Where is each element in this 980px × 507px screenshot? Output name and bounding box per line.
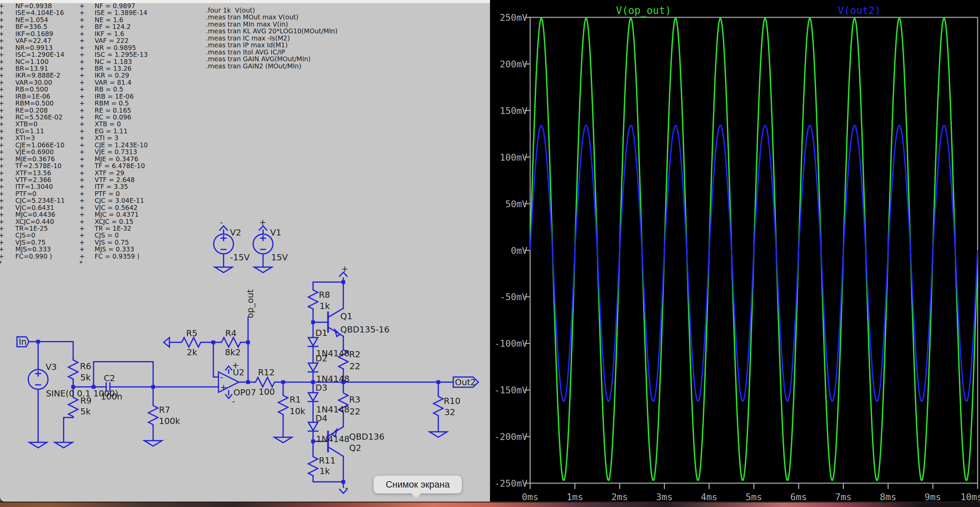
spice-model-parameter-block[interactable]: +NF=0.9938+NF = 0.9897+ISE=4.104E-16+ISE…: [0, 2, 204, 267]
model-param-text: +: [79, 162, 85, 169]
component-R4-resistor[interactable]: R4 8k2: [220, 328, 240, 357]
model-param-row: +VTF=2.366+VTF = 2.648: [0, 176, 204, 183]
component-R8-resistor[interactable]: R8 1k: [308, 288, 330, 311]
model-param-row: +ISC=1.290E-14+ISC = 1.295E-13: [0, 51, 204, 58]
model-param-text: +: [0, 37, 4, 44]
component-value: 1N4148: [316, 405, 350, 415]
x-axis[interactable]: 0ms1ms2ms3ms4ms5ms6ms7ms8ms9ms10ms: [522, 483, 980, 502]
net-flag-vplus-rail[interactable]: +: [340, 264, 348, 276]
model-param-text: VAR = 81.4: [95, 79, 131, 86]
model-param-text: +: [0, 9, 4, 16]
model-param-text: +: [0, 232, 4, 238]
port-out2[interactable]: Out2: [453, 377, 479, 387]
model-param-text: XCJC=0.440: [15, 218, 54, 225]
waveform-traces[interactable]: [530, 18, 978, 480]
component-R5-resistor[interactable]: R5 2k: [164, 328, 201, 357]
model-param-row: +RC=5.526E-02+RC = 0.096: [0, 114, 204, 121]
model-param-text: +: [79, 93, 85, 100]
ground-symbols[interactable]: [29, 267, 447, 448]
model-param-text: +: [0, 121, 4, 127]
model-param-text: NR=0.9913: [15, 44, 53, 51]
component-ref: U2: [233, 367, 244, 377]
component-value: 10k: [290, 406, 305, 416]
spice-directives-block[interactable]: .four 1k V(out).meas tran MOut max V(out…: [206, 7, 337, 70]
y-axis-label: -250mV: [494, 478, 527, 489]
model-param-text: RB = 0.5: [95, 86, 123, 92]
legend-v-out2[interactable]: V(out2): [838, 5, 881, 16]
model-param-text: IKR = 0.29: [95, 72, 129, 79]
component-U2-opamp[interactable]: - + + - U2 OP07: [218, 361, 256, 406]
y-axis[interactable]: 250mV200mV150mV100mV50mV0mV-50mV-100mV-1…: [494, 12, 530, 489]
model-param-text: ISE = 1.389E-14: [95, 9, 147, 16]
net-label-op-out[interactable]: op_out: [245, 289, 255, 318]
opamp-noninverting-input-sign: +: [220, 383, 227, 393]
model-param-text: MJS=0.333: [15, 246, 51, 253]
model-param-text: RC = 0.096: [95, 114, 131, 121]
component-R6-resistor[interactable]: R6 5k: [68, 358, 91, 383]
model-param-row: +VJE=0.6900+VJE = 0.7313: [0, 148, 204, 155]
model-param-text: +: [0, 65, 4, 72]
net-label-op-out-text: op_out: [245, 289, 255, 318]
model-param-text: +: [79, 30, 85, 37]
model-param-text: +: [0, 114, 4, 121]
legend-v-op-out[interactable]: V(op_out): [616, 5, 671, 17]
model-param-text: +: [79, 16, 85, 23]
component-value: 22: [350, 361, 360, 371]
component-V1-voltage-source[interactable]: + V1 15V: [253, 218, 288, 262]
y-axis-label: 100mV: [500, 152, 527, 163]
y-axis-label: -150mV: [494, 385, 527, 396]
model-param-text: IRB = 1E-06: [95, 93, 134, 100]
schematic-panel[interactable]: +NF=0.9938+NF = 0.9897+ISE=4.104E-16+ISE…: [0, 3, 490, 502]
model-param-text: +: [0, 100, 4, 106]
model-param-row: +RB=0.500+RB = 0.5: [0, 86, 204, 92]
model-param-text: +: [79, 218, 85, 225]
component-R12-resistor[interactable]: R12 100: [254, 367, 275, 397]
component-value: 1N4148: [316, 434, 350, 444]
model-param-text: NE=1.054: [15, 16, 48, 23]
port-in-label: In: [19, 337, 27, 347]
component-ref: R5: [186, 328, 197, 338]
x-axis-label: 9ms: [924, 492, 941, 502]
waveform-panel[interactable]: 250mV200mV150mV100mV50mV0mV-50mV-100mV-1…: [490, 0, 980, 502]
component-R10-resistor[interactable]: R10 32: [434, 395, 460, 417]
model-param-text: RBM = 0.5: [95, 100, 129, 106]
trace-V(out2)[interactable]: [530, 126, 978, 402]
model-param-text: +: [0, 72, 4, 79]
model-param-text: VJS=0.75: [15, 239, 46, 246]
model-param-text: NF = 0.9897: [95, 2, 135, 9]
model-param-text: +: [79, 107, 85, 114]
component-R7-resistor[interactable]: R7 100k: [148, 404, 180, 426]
model-param-row: +MJS=0.333+MJS = 0.333: [0, 246, 204, 253]
model-param-text: XTI = 3: [95, 134, 118, 141]
port-in[interactable]: In: [17, 337, 29, 347]
component-Q1-npn-transistor[interactable]: Q1 QBD135-16: [328, 308, 390, 337]
model-param-row: +MJE=0.3676+MJE = 0.3476: [0, 156, 204, 162]
component-V2-voltage-source[interactable]: - V2 -15V: [214, 218, 250, 262]
model-param-row: +CJE=1.066E-10+CJE = 1.243E-10: [0, 141, 204, 148]
model-param-row: +IKF=0.1689+IKF = 1.6: [0, 30, 204, 37]
component-R9-resistor[interactable]: R9 5k: [68, 396, 92, 418]
component-value: 1N4148: [316, 374, 350, 384]
model-param-text: +: [79, 253, 85, 260]
model-param-text: +: [0, 183, 4, 190]
model-param-row: +ITF=1.3040+ITF = 3.35: [0, 183, 204, 190]
component-R1-resistor[interactable]: R1 10k: [278, 394, 305, 416]
model-param-text: +: [79, 72, 85, 79]
model-param-text: +: [0, 79, 4, 86]
model-param-text: VJE=0.6900: [15, 148, 54, 155]
model-param-text: XTB = 0: [95, 121, 121, 127]
x-axis-label: 5ms: [746, 492, 762, 502]
schematic-wires[interactable]: [29, 230, 453, 487]
model-param-row: +XTI=3+XTI = 3: [0, 134, 204, 141]
model-param-row: +XTF=13.56+XTF = 29: [0, 170, 204, 176]
waveform-plot[interactable]: 250mV200mV150mV100mV50mV0mV-50mV-100mV-1…: [490, 0, 980, 502]
component-value: 1k: [320, 301, 330, 311]
model-param-text: +: [79, 134, 85, 141]
model-param-text: PTF=0: [15, 190, 37, 197]
spice-directive: .meas tran GAIN2 (MOut/MIn): [206, 63, 337, 70]
model-param-text: +: [79, 176, 85, 183]
screenshot-toast[interactable]: Снимок экрана: [374, 476, 462, 493]
model-param-row: +BR=13.91+BR = 13.26: [0, 65, 204, 72]
opamp-inverting-input-sign: -: [220, 373, 223, 382]
component-R11-resistor[interactable]: R11 1k: [308, 455, 336, 477]
